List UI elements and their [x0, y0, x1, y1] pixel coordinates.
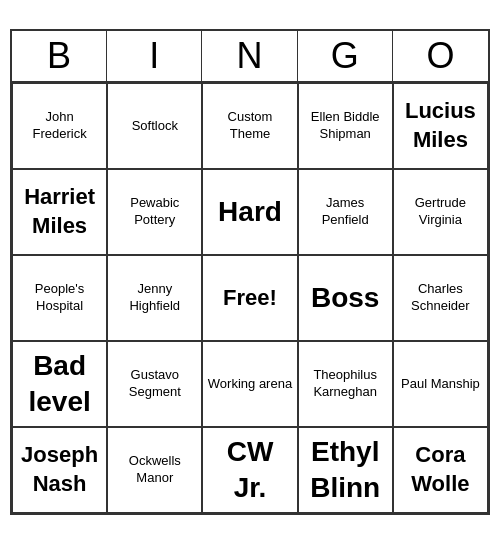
- bingo-cell: People's Hospital: [12, 255, 107, 341]
- bingo-cell: Ethyl Blinn: [298, 427, 393, 513]
- bingo-header: BINGO: [12, 31, 488, 83]
- header-letter: G: [298, 31, 393, 81]
- bingo-cell: Hard: [202, 169, 297, 255]
- bingo-cell: John Frederick: [12, 83, 107, 169]
- header-letter: B: [12, 31, 107, 81]
- bingo-cell: CW Jr.: [202, 427, 297, 513]
- bingo-cell: Lucius Miles: [393, 83, 488, 169]
- bingo-cell: Ellen Biddle Shipman: [298, 83, 393, 169]
- bingo-cell: Pewabic Pottery: [107, 169, 202, 255]
- bingo-cell: Bad level: [12, 341, 107, 427]
- bingo-cell: Custom Theme: [202, 83, 297, 169]
- bingo-cell: Jenny Highfield: [107, 255, 202, 341]
- bingo-cell: Working arena: [202, 341, 297, 427]
- bingo-cell: Cora Wolle: [393, 427, 488, 513]
- bingo-cell: Free!: [202, 255, 297, 341]
- bingo-cell: Paul Manship: [393, 341, 488, 427]
- bingo-cell: Ockwells Manor: [107, 427, 202, 513]
- bingo-cell: Softlock: [107, 83, 202, 169]
- bingo-cell: Boss: [298, 255, 393, 341]
- bingo-card: BINGO John FrederickSoftlockCustom Theme…: [10, 29, 490, 515]
- bingo-cell: Charles Schneider: [393, 255, 488, 341]
- bingo-cell: Theophilus Karneghan: [298, 341, 393, 427]
- header-letter: O: [393, 31, 488, 81]
- bingo-cell: Joseph Nash: [12, 427, 107, 513]
- bingo-cell: Harriet Miles: [12, 169, 107, 255]
- bingo-cell: James Penfield: [298, 169, 393, 255]
- header-letter: I: [107, 31, 202, 81]
- bingo-grid: John FrederickSoftlockCustom ThemeEllen …: [12, 83, 488, 513]
- header-letter: N: [202, 31, 297, 81]
- bingo-cell: Gertrude Virginia: [393, 169, 488, 255]
- bingo-cell: Gustavo Segment: [107, 341, 202, 427]
